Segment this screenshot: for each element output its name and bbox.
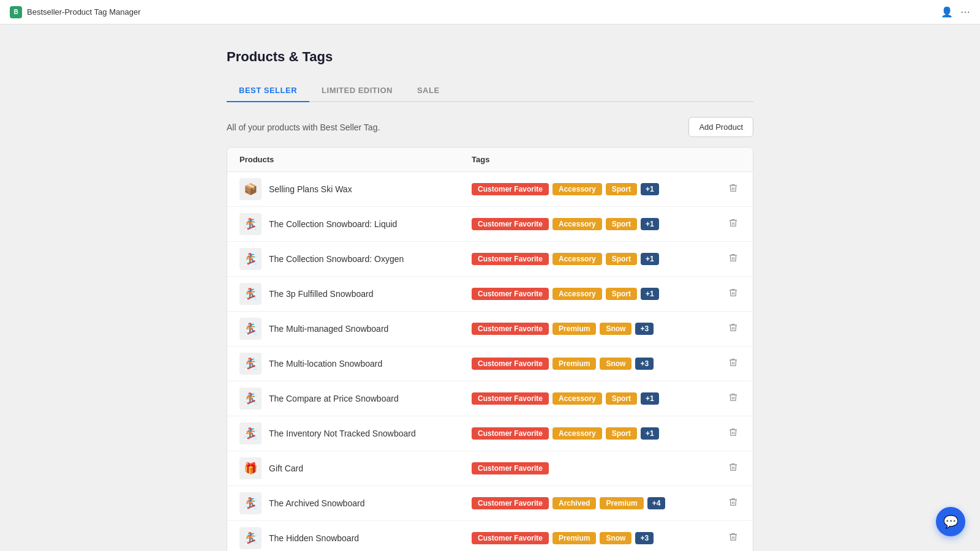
product-tag: Accessory <box>552 392 602 405</box>
product-cell: 🏂The Collection Snowboard: Oxygen <box>239 248 472 270</box>
tab-sale[interactable]: SALE <box>405 80 452 102</box>
table-row: 🏂The Archived SnowboardCustomer Favorite… <box>227 486 753 521</box>
more-icon[interactable]: ⋯ <box>960 6 970 18</box>
product-cell: 🏂The Multi-location Snowboard <box>239 353 472 375</box>
products-list: 📦Selling Plans Ski WaxCustomer FavoriteA… <box>227 172 753 551</box>
chat-button[interactable]: 💬 <box>936 507 965 536</box>
header-tags: Tags <box>472 155 704 164</box>
action-cell <box>704 355 741 372</box>
delete-button[interactable] <box>726 355 741 372</box>
table-row: 🏂The Collection Snowboard: LiquidCustome… <box>227 207 753 242</box>
product-name: The 3p Fulfilled Snowboard <box>269 289 373 299</box>
delete-button[interactable] <box>726 425 741 442</box>
app-bar-left: B Bestseller-Product Tag Manager <box>10 6 140 18</box>
product-cell: 🏂The Archived Snowboard <box>239 492 472 514</box>
delete-button[interactable] <box>726 250 741 268</box>
table-row: 🏂The Multi-managed SnowboardCustomer Fav… <box>227 312 753 347</box>
delete-button[interactable] <box>726 390 741 407</box>
table-row: 🏂The Compare at Price SnowboardCustomer … <box>227 381 753 416</box>
product-tag: +1 <box>641 218 659 230</box>
product-tag: Customer Favorite <box>472 218 549 230</box>
product-tag: Customer Favorite <box>472 532 549 544</box>
product-tag: Customer Favorite <box>472 323 549 335</box>
tags-cell: Customer FavoriteAccessorySport+1 <box>472 288 704 300</box>
page-title: Products & Tags <box>227 49 753 65</box>
product-tag: +1 <box>641 392 659 405</box>
product-cell: 🏂The Collection Snowboard: Liquid <box>239 213 472 235</box>
action-cell <box>704 250 741 268</box>
product-name: The Multi-managed Snowboard <box>269 324 388 334</box>
action-cell <box>704 181 741 198</box>
delete-button[interactable] <box>726 530 741 547</box>
action-cell <box>704 390 741 407</box>
delete-button[interactable] <box>726 285 741 302</box>
product-thumbnail: 🏂 <box>239 492 262 514</box>
tags-cell: Customer FavoriteArchivedPremium+4 <box>472 497 704 509</box>
product-thumbnail: 🏂 <box>239 318 262 340</box>
user-icon[interactable]: 👤 <box>941 6 953 18</box>
tags-cell: Customer FavoriteAccessorySport+1 <box>472 218 704 230</box>
product-cell: 🎁Gift Card <box>239 457 472 479</box>
product-name: Gift Card <box>269 463 303 473</box>
main-content: Products & Tags BEST SELLER LIMITED EDIT… <box>214 24 766 551</box>
product-thumbnail: 🏂 <box>239 248 262 270</box>
product-tag: Customer Favorite <box>472 462 549 474</box>
product-tag: Premium <box>552 323 596 335</box>
product-thumbnail: 🏂 <box>239 283 262 305</box>
product-thumbnail: 🎁 <box>239 457 262 479</box>
product-tag: Accessory <box>552 288 602 300</box>
product-tag: +1 <box>641 288 659 300</box>
delete-button[interactable] <box>726 320 741 337</box>
product-tag: Snow <box>600 358 631 370</box>
header-products: Products <box>239 155 472 164</box>
header-actions <box>704 155 741 164</box>
product-name: Selling Plans Ski Wax <box>269 184 352 194</box>
table-row: 📦Selling Plans Ski WaxCustomer FavoriteA… <box>227 172 753 207</box>
action-cell <box>704 530 741 547</box>
tags-cell: Customer FavoriteAccessorySport+1 <box>472 392 704 405</box>
products-table: Products Tags 📦Selling Plans Ski WaxCust… <box>227 147 753 551</box>
product-tag: Customer Favorite <box>472 392 549 405</box>
delete-button[interactable] <box>726 460 741 477</box>
product-cell: 🏂The Hidden Snowboard <box>239 527 472 549</box>
delete-button[interactable] <box>726 216 741 233</box>
product-tag: Customer Favorite <box>472 288 549 300</box>
product-thumbnail: 📦 <box>239 178 262 200</box>
product-tag: +1 <box>641 427 659 440</box>
delete-button[interactable] <box>726 495 741 512</box>
table-row: 🏂The Hidden SnowboardCustomer FavoritePr… <box>227 521 753 551</box>
table-row: 🏂The 3p Fulfilled SnowboardCustomer Favo… <box>227 277 753 312</box>
product-thumbnail: 🏂 <box>239 422 262 444</box>
app-bar-right: 👤 ⋯ <box>941 6 970 18</box>
product-tag: Customer Favorite <box>472 497 549 509</box>
product-cell: 🏂The Multi-managed Snowboard <box>239 318 472 340</box>
product-cell: 🏂The 3p Fulfilled Snowboard <box>239 283 472 305</box>
add-product-button[interactable]: Add Product <box>688 117 753 137</box>
product-thumbnail: 🏂 <box>239 353 262 375</box>
tabs-container: BEST SELLER LIMITED EDITION SALE <box>227 80 753 102</box>
product-name: The Archived Snowboard <box>269 498 364 508</box>
product-name: The Inventory Not Tracked Snowboard <box>269 429 416 438</box>
action-cell <box>704 320 741 337</box>
product-tag: Sport <box>606 218 637 230</box>
action-cell <box>704 495 741 512</box>
tags-cell: Customer FavoritePremiumSnow+3 <box>472 532 704 544</box>
product-tag: Snow <box>600 323 631 335</box>
product-tag: Customer Favorite <box>472 427 549 440</box>
product-tag: Sport <box>606 392 637 405</box>
delete-button[interactable] <box>726 181 741 198</box>
action-cell <box>704 285 741 302</box>
product-tag: Sport <box>606 253 637 265</box>
product-tag: Snow <box>600 532 631 544</box>
product-cell: 📦Selling Plans Ski Wax <box>239 178 472 200</box>
tags-cell: Customer FavoritePremiumSnow+3 <box>472 323 704 335</box>
product-tag: Sport <box>606 427 637 440</box>
product-tag: Accessory <box>552 218 602 230</box>
tab-best-seller[interactable]: BEST SELLER <box>227 80 309 102</box>
table-row: 🏂The Inventory Not Tracked SnowboardCust… <box>227 416 753 451</box>
product-cell: 🏂The Compare at Price Snowboard <box>239 388 472 410</box>
product-tag: Premium <box>552 358 596 370</box>
product-name: The Collection Snowboard: Liquid <box>269 219 397 229</box>
tab-limited-edition[interactable]: LIMITED EDITION <box>309 80 405 102</box>
action-cell <box>704 460 741 477</box>
